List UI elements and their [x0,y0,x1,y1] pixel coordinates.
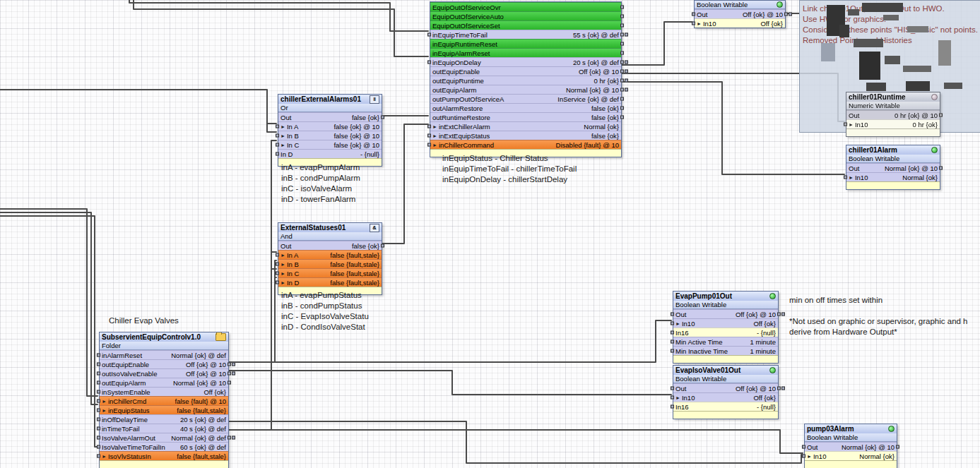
pin[interactable] [276,143,279,147]
slot-row-inextchilleralarm[interactable]: ►inExtChillerAlarmNormal {ok} [430,121,621,131]
pin[interactable] [97,363,100,366]
pin[interactable] [620,61,624,64]
block-ExternalStatuses01[interactable]: ExternalStatuses01&AndOutfalse {ok}►In A… [278,222,382,295]
block-header[interactable]: EvapIsoValve01Out [673,366,778,375]
pin[interactable] [276,253,279,257]
wiresheet-canvas[interactable]: Link chiller01Out, chiller02Out to HWO.U… [0,0,980,468]
pin[interactable] [276,263,279,266]
pin[interactable] [620,79,624,83]
slot-row-isovalvetimetofailin[interactable]: IsoValveTimeToFailIn60 s {ok} @ def [100,442,228,451]
pin[interactable] [97,390,100,394]
slot-row-outruntimerestore[interactable]: outRuntimeRestorefalse {ok} [430,112,621,121]
block-chiller01Alarm[interactable]: chiller01AlarmBoolean WritableOutNormal … [846,145,940,190]
slot-row-min-inactive-time[interactable]: Min Inactive Time1 minute [673,346,778,355]
slot-row-outisovalveenable[interactable]: outIsoValveEnableOff {ok} @ 10 [100,368,228,378]
pin[interactable] [671,396,674,400]
slot-row-in-d[interactable]: ►In Dfalse {fault,stale} [278,277,382,287]
slot-row-outequipruntime[interactable]: outEquipRuntime0 hr {ok} [430,76,621,85]
slot-row-in-d[interactable]: In D- {null} [278,149,382,158]
pin[interactable] [228,363,231,366]
slot-row-out[interactable]: OutOff {ok} @ 10 [695,9,785,18]
block-SubservientEquipControlv1-0[interactable]: SubservientEquipControlv1.0FolderinAlarm… [99,332,229,468]
slot-row-in10[interactable]: ►In10Off {ok} [695,18,785,28]
slot-row-out[interactable]: OutOff {ok} @ 10 [673,309,778,318]
pin[interactable] [939,167,943,170]
block-equip-control-top[interactable]: EquipOutOfServiceOvrEquipOutOfServiceAut… [430,1,622,157]
pin[interactable] [896,445,899,449]
pin[interactable] [844,123,847,126]
slot-row-inequipstatus[interactable]: ►inEquipStatusfalse {fault,stale} [100,405,228,414]
slot-row-out[interactable]: Outfalse {ok} [278,241,382,250]
pin[interactable] [777,313,781,316]
pin[interactable] [784,13,788,16]
slot-row-outalarmrestore[interactable]: outAlarmRestorefalse {ok} [430,103,621,112]
pin[interactable] [427,61,431,64]
pin[interactable] [381,244,384,248]
pin[interactable] [671,387,674,390]
pin[interactable] [232,436,235,440]
pin[interactable] [671,322,674,325]
pin[interactable] [427,125,431,128]
slot-row-in10[interactable]: ►In10Off {ok} [673,392,778,402]
pin[interactable] [671,340,674,344]
slot-row-out[interactable]: Outfalse {ok} [278,112,382,121]
pin[interactable] [97,436,100,440]
pin[interactable] [276,272,279,275]
block-header[interactable]: chillerExternalAlarms01‖ [278,95,382,104]
slot-row-isovlvstatusin[interactable]: ►IsoVlvStatusInfalse {fault,stale} [100,451,228,460]
slot-row-isovalvealarmout[interactable]: IsoValveAlarmOutNormal {ok} @ def [100,433,228,442]
pin[interactable] [232,372,235,376]
pin[interactable] [427,33,431,37]
pin[interactable] [97,427,100,431]
slot-row-equipoutofserviceauto[interactable]: EquipOutOfServiceAuto [430,11,621,20]
pin[interactable] [671,331,674,335]
slot-row-inequipondelay[interactable]: inEquipOnDelay20 s {ok} @ def [430,57,621,66]
slot-row-outequipalarm[interactable]: outEquipAlarmNormal {ok} @ 10 [430,85,621,94]
slot-row-outequipenable[interactable]: outEquipEnableOff {ok} @ 10 [100,359,228,368]
slot-row-insystemenable[interactable]: inSystemEnableOff {ok} [100,387,228,396]
slot-row-in-c[interactable]: ►In Cfalse {fault,stale} [278,268,382,277]
pin[interactable] [620,15,624,18]
slot-row-inextequipstatus[interactable]: ►inExtEquipStatusfalse {ok} [430,131,621,140]
pin[interactable] [781,387,785,390]
pin[interactable] [620,52,624,55]
slot-row-inequiptimetofail[interactable]: inEquipTimeToFail55 s {ok} @ def [430,30,621,39]
pin[interactable] [97,409,100,412]
pin[interactable] [97,372,100,376]
pin[interactable] [671,349,674,353]
pin[interactable] [781,313,785,316]
slot-row-in10[interactable]: ►In10Normal {ok} [805,451,897,460]
slot-row-inchillercommand[interactable]: ►inChillerCommandDisabled {fault} @ 10 [430,140,621,149]
pin[interactable] [789,13,792,16]
pin[interactable] [97,400,100,403]
block-header[interactable]: pump03Alarm [805,424,897,433]
pin[interactable] [97,418,100,421]
pin[interactable] [625,88,628,92]
slot-row-outpumpoutofservicea[interactable]: outPumpOutOfServiceAInService {ok} @ def [430,94,621,103]
pin[interactable] [427,143,431,147]
pin[interactable] [381,116,384,119]
slot-row-intimetofail[interactable]: inTimeToFail40 s {ok} @ def [100,424,228,433]
block-EvapPump01Out[interactable]: EvapPump01OutBoolean WritableOutOff {ok}… [673,291,779,364]
pin[interactable] [620,88,624,92]
pin[interactable] [228,436,231,440]
pin[interactable] [844,176,847,179]
slot-row-min-active-time[interactable]: Min Active Time1 minute [673,337,778,346]
pin[interactable] [228,372,231,376]
slot-row-in10[interactable]: ►In10Off {ok} [673,318,778,328]
pin[interactable] [276,134,279,138]
slot-row-in-c[interactable]: ►In Cfalse {ok} @ 10 [278,140,382,149]
slot-row-out[interactable]: Out0 hr {ok} @ 10 [846,110,940,119]
pin[interactable] [692,22,695,25]
slot-row-in-a[interactable]: ►In Afalse {fault,stale} [278,250,382,259]
pin[interactable] [620,33,624,37]
pin[interactable] [802,445,805,449]
pin[interactable] [620,97,624,101]
pin[interactable] [228,381,231,385]
pin[interactable] [625,61,628,64]
slot-row-inoffdelaytime[interactable]: inOffDelayTime20 s {ok} @ def [100,414,228,424]
slot-row-out[interactable]: OutNormal {ok} @ 10 [805,442,897,451]
slot-row-in-b[interactable]: ►In Bfalse {ok} @ 10 [278,131,382,140]
pin[interactable] [620,107,624,110]
pin[interactable] [97,354,100,357]
